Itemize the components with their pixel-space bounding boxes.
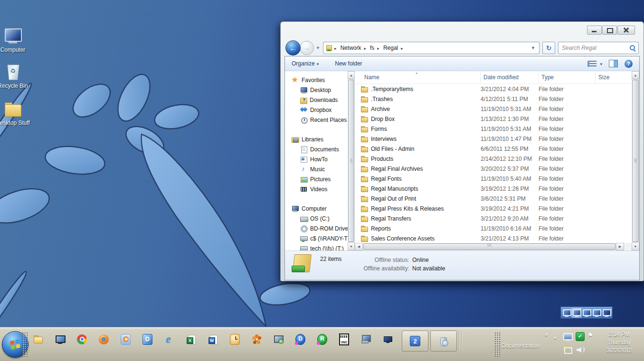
breadcrumb-segment[interactable]: Network — [338, 44, 363, 52]
breadcrumb-arrow-icon[interactable] — [363, 45, 367, 51]
picasa-flower-icon[interactable] — [252, 333, 262, 345]
sidebar-item-c-dollar[interactable]: c$ (\\RANDY-TU — [285, 233, 348, 243]
sync-tray-icon[interactable]: ✔ — [576, 332, 585, 341]
column-header-size[interactable]: Size — [596, 71, 632, 83]
dark-monitor-app-icon[interactable] — [383, 333, 393, 345]
sidebar-item-howto[interactable]: HowTo — [285, 154, 348, 164]
sidebar-item-dropbox[interactable]: Dropbox — [285, 105, 348, 115]
sidebar-item-documents[interactable]: Documents — [285, 144, 348, 154]
file-row[interactable]: Drop Box 1/13/2012 1:30 PM File folder — [355, 114, 632, 124]
file-row[interactable]: Products 2/14/2012 12:10 PM File folder — [355, 154, 632, 164]
back-button[interactable]: ← — [285, 40, 301, 56]
sidebar-gap[interactable] — [285, 194, 348, 204]
desktop-icon-computer[interactable]: Computer — [0, 28, 33, 53]
sidebar-item-pictures[interactable]: Pictures — [285, 174, 348, 184]
monitor-1-button[interactable] — [562, 309, 571, 317]
breadcrumb-segment[interactable]: Regal — [381, 44, 400, 52]
toolbar-overflow-chevron[interactable]: » — [545, 331, 548, 338]
sidebar-gap[interactable] — [285, 125, 348, 134]
remote-desktop-icon[interactable] — [274, 333, 284, 345]
word-icon[interactable] — [208, 333, 218, 345]
organize-button[interactable]: Organize — [292, 60, 319, 67]
display-tray-icon[interactable] — [563, 333, 573, 341]
file-row[interactable]: Interviews 11/19/2010 1:47 PM File folde… — [355, 134, 632, 144]
scrollbar-thumb[interactable] — [632, 80, 639, 242]
monitor-2-button-selected[interactable] — [572, 309, 581, 317]
sidebar-group-favorites[interactable]: Favorites — [285, 75, 348, 85]
file-row[interactable]: Regal Transfers 3/21/2012 9:20 AM File f… — [355, 213, 632, 223]
address-dropdown-icon[interactable]: ▼ — [529, 46, 537, 50]
scroll-down-button[interactable] — [632, 242, 639, 250]
column-header-name[interactable]: ▲ Name — [355, 71, 481, 83]
monitor-3-button[interactable] — [582, 309, 591, 317]
search-box[interactable] — [558, 42, 639, 54]
new-folder-button[interactable]: New folder — [335, 60, 362, 67]
action-center-flag-icon[interactable]: ⚑ — [587, 331, 593, 340]
file-row[interactable]: Regal Press Kits & Releases 3/19/2012 4:… — [355, 204, 632, 213]
forward-button[interactable]: → — [300, 41, 314, 55]
network-computer-icon[interactable] — [361, 333, 371, 345]
horizontal-scrollbar[interactable] — [355, 243, 624, 250]
scroll-down-button[interactable] — [348, 242, 355, 250]
scrollbar-thumb[interactable] — [363, 243, 616, 250]
refresh-button[interactable] — [542, 42, 555, 54]
file-row[interactable]: Regal Final Archives 3/20/2012 5:37 PM F… — [355, 164, 632, 174]
search-input[interactable] — [561, 44, 630, 52]
volume-tray-icon[interactable] — [577, 346, 585, 353]
media-player-icon[interactable] — [121, 333, 131, 345]
windows-explorer-icon[interactable] — [33, 333, 43, 345]
list-scrollbar[interactable] — [632, 71, 639, 250]
maximize-button[interactable] — [602, 26, 617, 35]
chrome-icon[interactable] — [77, 333, 87, 345]
column-header-date-modified[interactable]: Date modified — [481, 71, 539, 83]
taskbar-clock[interactable]: 2:14 PM Thursday 3/22/2012 — [597, 331, 641, 355]
show-hidden-icons-button[interactable]: ▲ — [553, 335, 557, 340]
monitor-4-button[interactable] — [592, 309, 601, 317]
add-monitor-button[interactable] — [602, 309, 611, 317]
breadcrumb-arrow-icon[interactable] — [400, 45, 404, 51]
scrollbar-thumb[interactable] — [348, 80, 354, 242]
display-settings-icon[interactable] — [55, 333, 65, 345]
documentation-toolbar[interactable]: Documentation — [502, 342, 540, 349]
network-tray-icon[interactable] — [563, 346, 573, 354]
preview-pane-button[interactable] — [609, 60, 618, 67]
sidebar-item-downloads[interactable]: Downloads — [285, 95, 348, 105]
desktop-icon-recycle-bin[interactable]: Recycle Bin — [0, 64, 33, 89]
excel-icon[interactable] — [186, 333, 196, 345]
views-button[interactable] — [587, 60, 602, 67]
breadcrumb-arrow-icon[interactable] — [376, 45, 380, 51]
file-row[interactable]: .TemporaryItems 3/21/2012 4:04 PM File f… — [355, 84, 632, 94]
scroll-right-button[interactable] — [616, 243, 624, 250]
scroll-left-button[interactable] — [355, 243, 363, 250]
scroll-up-button[interactable] — [632, 71, 639, 79]
file-row[interactable]: .Trashes 4/12/2011 5:11 PM File folder — [355, 94, 632, 104]
desktop-icon-desktop-stuff[interactable]: Desktop Stuff — [0, 102, 33, 126]
file-row[interactable]: Regal Fonts 11/19/2010 5:40 AM File fold… — [355, 174, 632, 184]
file-row[interactable]: Reports 11/19/2010 6:16 AM File folder — [355, 223, 632, 233]
sidebar-item-videos[interactable]: Videos — [285, 184, 348, 194]
file-row[interactable]: Regal Out of Print 3/6/2012 5:31 PM File… — [355, 194, 632, 204]
sidebar-item-desktop[interactable]: Desktop — [285, 85, 348, 95]
sidebar-scrollbar[interactable] — [348, 71, 355, 250]
vnc-icon[interactable] — [339, 333, 349, 345]
file-row[interactable]: Archive 11/19/2010 5:31 AM File folder — [355, 104, 632, 114]
d-photo-app-icon[interactable] — [142, 333, 152, 345]
file-row[interactable]: Old Files - Admin 6/6/2011 12:55 PM File… — [355, 144, 632, 154]
sidebar-group-libraries[interactable]: Libraries — [285, 134, 348, 144]
help-button[interactable]: ? — [625, 60, 633, 68]
firefox-icon[interactable] — [99, 333, 109, 345]
running-sync-app-button[interactable] — [430, 331, 457, 352]
sidebar-group-computer[interactable]: Computer — [285, 204, 348, 213]
file-row[interactable]: Sales Conference Assets 3/21/2012 4:13 P… — [355, 233, 632, 243]
sidebar-item-recent-places[interactable]: Recent Places — [285, 115, 348, 125]
sidebar-item-music[interactable]: Music — [285, 164, 348, 174]
outlook-icon[interactable] — [230, 333, 240, 345]
d-badge-app-icon[interactable] — [295, 333, 305, 345]
file-row[interactable]: Forms 11/19/2010 5:31 AM File folder — [355, 124, 632, 134]
minimize-button[interactable] — [587, 26, 602, 35]
window-titlebar[interactable] — [281, 22, 644, 40]
file-row[interactable]: Regal Manuscripts 3/19/2012 1:26 PM File… — [355, 184, 632, 194]
sidebar-item-bd-rom[interactable]: BD-ROM Drive ( — [285, 223, 348, 233]
breadcrumb-segment[interactable]: fs — [368, 44, 376, 52]
r-badge-app-icon[interactable] — [317, 333, 327, 345]
